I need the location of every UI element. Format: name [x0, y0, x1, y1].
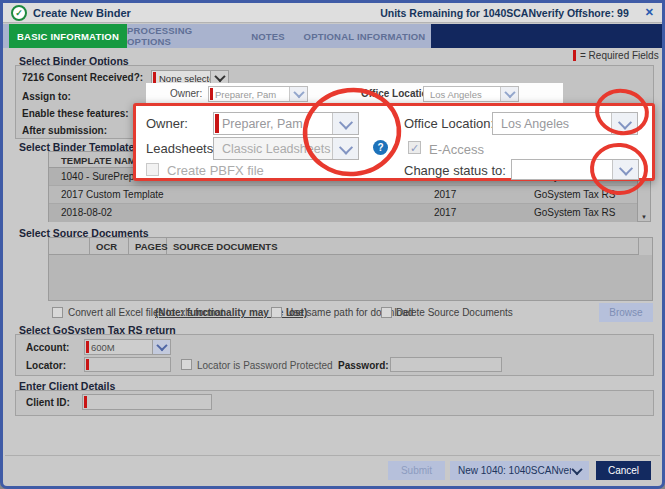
- owner-dropdown[interactable]: Preparer, Pam: [213, 112, 359, 135]
- chevron-down-icon: [504, 87, 515, 98]
- leadsheets-label: Leadsheets:: [146, 141, 217, 156]
- template-name-cell: 2017 Custom Template: [61, 189, 164, 200]
- tax-year-cell: 2017: [434, 189, 456, 200]
- col-template-name: TEMPLATE NAME: [61, 155, 142, 166]
- owner-label: Owner:: [146, 116, 188, 131]
- source-documents-table: OCR PAGES SOURCE DOCUMENTS: [48, 237, 653, 301]
- eaccess-checkbox[interactable]: ✓: [408, 141, 421, 154]
- source-table-scroll-corner: [639, 238, 652, 255]
- gosystem-box: Account: 600M Locator: Locator is Passwo…: [15, 334, 654, 376]
- window-title: Create New Binder: [33, 7, 131, 19]
- binder-type-dropdown[interactable]: New 1040: 1040SCANverify On...: [450, 461, 589, 480]
- owner-chevron-button[interactable]: [332, 113, 358, 134]
- leadsheets-dropdown[interactable]: Classic Leadsheets: [213, 137, 359, 160]
- same-path-checkbox[interactable]: [271, 307, 282, 318]
- table-row[interactable]: 2018-08-02 2017 GoSystem Tax RS: [49, 204, 637, 222]
- required-marker-swatch: [573, 50, 576, 61]
- required-bar: [215, 114, 219, 133]
- office-value-small: Los Angeles: [424, 87, 500, 101]
- col-pages: PAGES: [129, 238, 167, 254]
- change-status-chevron-button[interactable]: [612, 160, 638, 179]
- col-source-documents: SOURCE DOCUMENTS: [167, 238, 639, 254]
- required-bar: [86, 359, 89, 370]
- col-empty: [49, 238, 90, 254]
- chevron-down-icon: [338, 140, 352, 154]
- client-details-box: Client ID:: [15, 390, 654, 416]
- tab-processing-options[interactable]: PROCESSING OPTIONS: [127, 24, 238, 48]
- required-bar: [86, 341, 89, 353]
- password-input[interactable]: [390, 357, 502, 372]
- account-label: Account:: [26, 342, 69, 353]
- client-id-label: Client ID:: [26, 397, 70, 408]
- units-remaining-text: Units Remaining for 1040SCANverify Offsh…: [380, 7, 629, 19]
- office-location-dropdown[interactable]: Los Angeles: [492, 112, 638, 135]
- cancel-button[interactable]: Cancel: [596, 461, 651, 480]
- submit-button[interactable]: Submit: [388, 461, 445, 480]
- after-submission-label: After submission:: [22, 125, 107, 136]
- consent-label: 7216 Consent Received?:: [22, 72, 143, 83]
- office-location-value: Los Angeles: [493, 113, 611, 134]
- browse-button[interactable]: Browse: [599, 303, 653, 322]
- change-status-dropdown[interactable]: [511, 159, 639, 180]
- enable-features-label: Enable these features:: [22, 108, 129, 119]
- magnified-callout: Owner: Preparer, Pam Office Location: Lo…: [133, 103, 655, 181]
- scroll-down-icon[interactable]: ▼: [638, 214, 650, 220]
- create-new-binder-dialog: ✓ Create New Binder Units Remaining for …: [0, 0, 665, 489]
- account-dropdown[interactable]: 600M: [84, 339, 171, 355]
- password-protected-label: Locator is Password Protected: [197, 360, 333, 371]
- tax-software-cell: GoSystem Tax RS: [534, 189, 616, 200]
- password-protected-checkbox[interactable]: [181, 359, 192, 370]
- delete-source-label: Delete Source Documents: [396, 307, 513, 318]
- help-icon[interactable]: ?: [373, 140, 388, 155]
- template-name-cell: 2018-08-02: [61, 207, 112, 218]
- functionality-note: (Note: functionality may be lost): [155, 307, 307, 318]
- tab-bar: BASIC INFORMATION PROCESSING OPTIONS NOT…: [3, 24, 662, 48]
- source-table-empty-body: [49, 255, 652, 300]
- chevron-down-icon: [571, 464, 582, 475]
- tab-notes[interactable]: NOTES: [238, 24, 298, 48]
- chevron-down-icon: [156, 340, 167, 351]
- pbfx-checkbox[interactable]: [146, 163, 159, 176]
- footer-divider: [5, 455, 660, 456]
- owner-value: Preparer, Pam: [214, 113, 332, 134]
- locator-input[interactable]: [84, 357, 171, 372]
- tax-year-cell: 2017: [434, 207, 456, 218]
- office-dropdown-small[interactable]: Los Angeles: [423, 86, 519, 102]
- office-chevron-button-small[interactable]: [500, 87, 518, 101]
- table-row[interactable]: 2017 Custom Template 2017 GoSystem Tax R…: [49, 186, 637, 204]
- required-bar: [210, 88, 213, 100]
- tax-software-cell: GoSystem Tax RS: [534, 207, 616, 218]
- tab-bar-filler: [431, 24, 662, 48]
- owner-dropdown-small[interactable]: Preparer, Pam: [208, 86, 308, 102]
- chevron-down-icon: [214, 71, 225, 82]
- owner-chevron-button-small[interactable]: [289, 87, 307, 101]
- delete-source-checkbox[interactable]: [381, 307, 392, 318]
- leadsheets-value: Classic Leadsheets: [214, 138, 332, 159]
- screenshot: ✓ Create New Binder Units Remaining for …: [0, 0, 665, 489]
- password-label: Password:: [338, 360, 389, 371]
- required-bar: [84, 396, 87, 408]
- chevron-down-icon: [338, 115, 352, 129]
- chevron-down-icon: [618, 161, 632, 175]
- chevron-down-icon: [293, 87, 304, 98]
- locator-label: Locator:: [26, 360, 66, 371]
- leadsheets-chevron-button[interactable]: [332, 138, 358, 159]
- account-value: 600M: [85, 340, 152, 354]
- required-legend: = Required Fields: [580, 50, 659, 61]
- account-chevron-button[interactable]: [152, 340, 170, 354]
- binder-type-value: New 1040: 1040SCANverify On...: [458, 465, 571, 476]
- eaccess-label: E-Access: [429, 142, 484, 157]
- chevron-down-icon: [617, 115, 631, 129]
- owner-label-small: Owner:: [170, 88, 202, 99]
- pbfx-label: Create PBFX file: [167, 163, 264, 178]
- client-id-input[interactable]: [82, 394, 212, 410]
- convert-excel-checkbox[interactable]: [52, 307, 63, 318]
- tab-optional-information[interactable]: OPTIONAL INFORMATION: [298, 24, 431, 48]
- binder-check-icon: ✓: [11, 5, 27, 21]
- same-path-label: Use same path for download: [286, 307, 413, 318]
- tab-basic-information[interactable]: BASIC INFORMATION: [9, 24, 127, 48]
- col-ocr: OCR: [90, 238, 129, 254]
- office-chevron-button[interactable]: [611, 113, 637, 134]
- change-status-value: [512, 160, 612, 179]
- close-icon[interactable]: ✕: [645, 6, 654, 19]
